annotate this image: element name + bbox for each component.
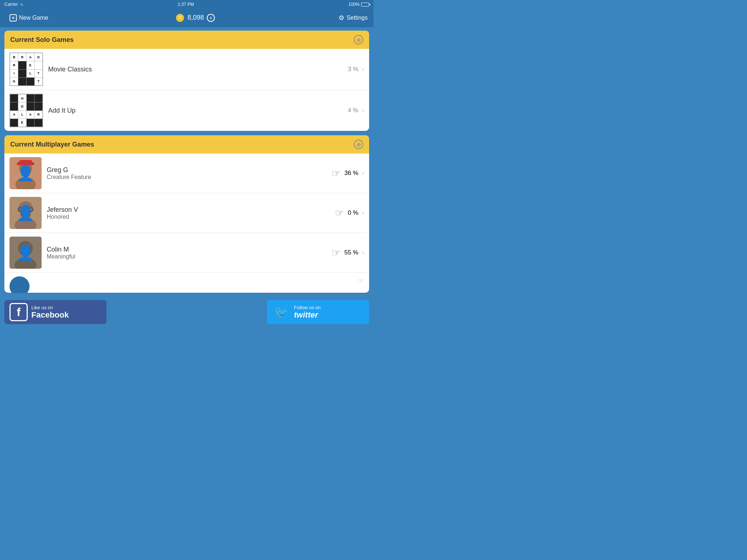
mp-game-right: ☞ 0 % › bbox=[335, 207, 364, 219]
mp-player-name: Greg G bbox=[47, 166, 332, 174]
svg-point-16 bbox=[25, 252, 31, 255]
turn-indicator-icon: ☞ bbox=[332, 167, 341, 179]
mp-game-right: ☞ 55 % › bbox=[332, 247, 364, 259]
mp-partial-row: ☞ bbox=[4, 273, 369, 293]
twitter-text: Follow us on twitter bbox=[294, 305, 321, 320]
twitter-name: twitter bbox=[294, 310, 321, 320]
turn-indicator-icon: ☞ bbox=[332, 247, 341, 259]
twitter-banner[interactable]: 🐦 Follow us on twitter bbox=[267, 300, 369, 324]
mp-games-title: Current Multiplayer Games bbox=[10, 141, 94, 148]
wifi-icon: ∿ bbox=[20, 2, 23, 7]
partial-right: ☞ bbox=[357, 276, 364, 286]
crossword-thumb-2: H O A L A R bbox=[9, 94, 43, 127]
solo-game-right: 3 % › bbox=[348, 66, 364, 73]
twitter-logo: 🐦 bbox=[272, 303, 290, 321]
solo-game-row[interactable]: B R A D R E I L T bbox=[4, 49, 369, 90]
mp-game-right: ☞ 36 % › bbox=[332, 167, 364, 179]
chevron-right-icon: › bbox=[362, 210, 364, 216]
mp-game-info: Jeferson V Honored bbox=[47, 206, 335, 220]
svg-point-14 bbox=[15, 258, 36, 269]
svg-rect-4 bbox=[19, 160, 32, 164]
mp-game-row[interactable]: Colin M Meaningful ☞ 55 % › bbox=[4, 233, 369, 273]
solo-games-section: Current Solo Games ⊕ B R A D R E bbox=[4, 31, 369, 131]
settings-button[interactable]: ⚙ Settings bbox=[338, 14, 368, 22]
mp-player-name: Jeferson V bbox=[47, 206, 335, 214]
solo-game-info: Add It Up bbox=[48, 107, 348, 114]
facebook-like-text: Like us on bbox=[31, 305, 69, 310]
solo-game-name: Movie Classics bbox=[48, 66, 92, 73]
add-coins-button[interactable]: + bbox=[207, 14, 215, 22]
coin-icon: 🪙 bbox=[175, 13, 185, 22]
solo-games-header: Current Solo Games ⊕ bbox=[4, 31, 369, 49]
mp-game-row[interactable]: Jeferson V Honored ☞ 0 % › bbox=[4, 193, 369, 233]
solo-game-pct-2: 4 % bbox=[348, 107, 358, 114]
solo-game-info: Movie Classics bbox=[48, 66, 348, 73]
main-content: Current Solo Games ⊕ B R A D R E bbox=[0, 27, 374, 293]
solo-game-name: Add It Up bbox=[48, 107, 76, 114]
turn-indicator-partial-icon: ☞ bbox=[357, 276, 364, 286]
svg-point-6 bbox=[18, 201, 33, 216]
mp-game-pct: 0 % bbox=[348, 209, 358, 217]
new-game-button[interactable]: + New Game bbox=[6, 12, 52, 24]
battery-label: 100% bbox=[348, 2, 360, 7]
mp-games-header: Current Multiplayer Games ⊕ bbox=[4, 135, 369, 153]
chevron-right-icon: › bbox=[362, 249, 364, 256]
facebook-name: Facebook bbox=[31, 310, 69, 320]
bottom-banners: f Like us on Facebook 🐦 Follow us on twi… bbox=[0, 297, 374, 327]
solo-games-title: Current Solo Games bbox=[10, 36, 74, 44]
status-left: Carrier ∿ bbox=[4, 2, 23, 7]
avatar-colin bbox=[9, 237, 42, 269]
facebook-text: Like us on Facebook bbox=[31, 305, 69, 320]
mp-game-info: Colin M Meaningful bbox=[47, 246, 332, 260]
mp-game-row[interactable]: Greg G Creature Feature ☞ 36 % › bbox=[4, 153, 369, 193]
solo-game-pct: 3 % bbox=[348, 66, 358, 73]
coin-count: 8,098 bbox=[187, 14, 204, 22]
mp-game-pct: 55 % bbox=[344, 249, 359, 256]
avatar-greg bbox=[9, 157, 42, 189]
status-bar: Carrier ∿ 1:37 PM 100% bbox=[0, 0, 374, 9]
coin-area: 🪙 8,098 + bbox=[175, 13, 215, 22]
facebook-banner[interactable]: f Like us on Facebook bbox=[4, 300, 107, 324]
solo-add-button[interactable]: ⊕ bbox=[354, 35, 363, 44]
crossword-thumb-1: B R A D R E I L T bbox=[9, 52, 43, 86]
svg-rect-9 bbox=[28, 208, 33, 211]
new-game-plus-icon: + bbox=[9, 14, 17, 22]
chevron-right-icon: › bbox=[362, 66, 364, 73]
mp-game-name: Meaningful bbox=[47, 253, 332, 260]
mp-game-info: Greg G Creature Feature bbox=[47, 166, 332, 180]
avatar-jeferson bbox=[9, 197, 42, 229]
avatar-partial bbox=[9, 276, 30, 293]
battery-icon bbox=[361, 3, 369, 7]
facebook-logo: f bbox=[9, 303, 28, 321]
chevron-right-icon: › bbox=[362, 170, 364, 176]
turn-indicator-icon: ☞ bbox=[335, 207, 344, 219]
solo-game-right: 4 % › bbox=[348, 107, 364, 114]
solo-game-row[interactable]: H O A L A R bbox=[4, 90, 369, 131]
mp-add-button[interactable]: ⊕ bbox=[354, 140, 363, 149]
svg-point-7 bbox=[15, 218, 36, 229]
mp-game-name: Honored bbox=[47, 214, 335, 220]
twitter-follow-text: Follow us on bbox=[294, 305, 321, 310]
svg-point-15 bbox=[20, 252, 26, 255]
mp-game-pct: 36 % bbox=[344, 170, 359, 177]
multiplayer-games-section: Current Multiplayer Games ⊕ Greg G Creat… bbox=[4, 135, 369, 293]
gear-icon: ⚙ bbox=[338, 14, 344, 22]
svg-point-11 bbox=[20, 212, 31, 218]
mp-game-name: Creature Feature bbox=[47, 174, 332, 180]
chevron-right-icon: › bbox=[362, 107, 364, 114]
svg-point-13 bbox=[18, 241, 33, 256]
nav-bar: + New Game 🪙 8,098 + ⚙ Settings bbox=[0, 9, 374, 27]
carrier-label: Carrier bbox=[4, 2, 18, 7]
svg-rect-8 bbox=[18, 208, 23, 211]
time-label: 1:37 PM bbox=[178, 2, 194, 7]
status-right: 100% bbox=[348, 2, 369, 7]
new-game-label: New Game bbox=[19, 15, 48, 21]
settings-label: Settings bbox=[347, 15, 368, 21]
svg-point-2 bbox=[15, 177, 36, 189]
mp-player-name: Colin M bbox=[47, 246, 332, 253]
